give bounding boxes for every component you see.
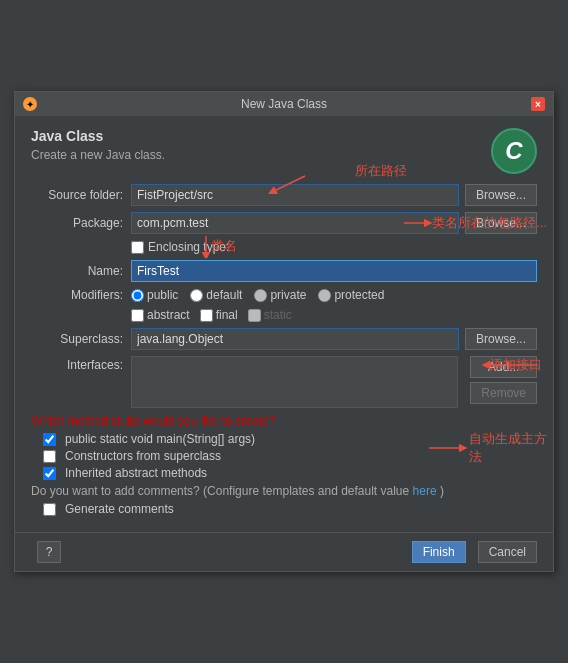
name-label: Name: (31, 264, 131, 278)
generate-comments-label: Generate comments (65, 502, 174, 516)
modifiers-row2: abstract final static (131, 308, 537, 322)
source-folder-input[interactable] (131, 184, 459, 206)
modifiers-row: Modifiers: public default private protec… (31, 288, 537, 302)
modifier-static-checkbox[interactable] (248, 309, 261, 322)
comments-here-link[interactable]: here (413, 484, 437, 498)
interface-buttons: Add... Remove (464, 356, 537, 404)
footer-right: Finish Cancel (406, 541, 537, 563)
generate-comments-checkbox[interactable] (43, 503, 56, 516)
superclass-label: Superclass: (31, 332, 131, 346)
package-row: Package: Browse... (31, 212, 537, 234)
dialog-header: Java Class Create a new Java class. C (31, 128, 537, 174)
stub1-row: public static void main(String[] args) (43, 432, 537, 446)
dialog-footer: ? Finish Cancel (15, 532, 553, 571)
dialog-title: Java Class (31, 128, 165, 144)
modifier-abstract-label[interactable]: abstract (131, 308, 190, 322)
modifier-protected-label[interactable]: protected (318, 288, 384, 302)
comments-suffix: ) (440, 484, 444, 498)
interfaces-row: Interfaces: Add... Remove (31, 356, 537, 408)
name-row: Name: (31, 260, 537, 282)
stub1-label: public static void main(String[] args) (65, 432, 255, 446)
modifiers-radio-group: public default private protected (131, 288, 384, 302)
source-folder-label: Source folder: (31, 188, 131, 202)
app-icon: ✦ (23, 97, 37, 111)
superclass-input[interactable] (131, 328, 459, 350)
stubs-question: Which method stubs would you like to cre… (31, 414, 537, 428)
modifier-abstract-checkbox[interactable] (131, 309, 144, 322)
package-browse-button[interactable]: Browse... (465, 212, 537, 234)
title-bar: ✦ New Java Class × (15, 92, 553, 116)
modifier-public-label[interactable]: public (131, 288, 178, 302)
modifier-static-label[interactable]: static (248, 308, 292, 322)
interfaces-textarea[interactable] (131, 356, 458, 408)
name-input[interactable] (131, 260, 537, 282)
stubs-section: public static void main(String[] args) C… (43, 432, 537, 480)
stub3-label: Inherited abstract methods (65, 466, 207, 480)
dialog-subtitle: Create a new Java class. (31, 148, 165, 162)
help-button[interactable]: ? (37, 541, 61, 563)
eclipse-icon: C (491, 128, 537, 174)
enclosing-row: Enclosing type: (31, 240, 537, 254)
stub2-checkbox[interactable] (43, 450, 56, 463)
window-title: New Java Class (37, 97, 531, 111)
modifier-default-radio[interactable] (190, 289, 203, 302)
modifier-private-label[interactable]: private (254, 288, 306, 302)
modifier-private-radio[interactable] (254, 289, 267, 302)
superclass-browse-button[interactable]: Browse... (465, 328, 537, 350)
modifier-default-label[interactable]: default (190, 288, 242, 302)
source-folder-browse-button[interactable]: Browse... (465, 184, 537, 206)
stub3-checkbox[interactable] (43, 467, 56, 480)
comments-section: Do you want to add comments? (Configure … (31, 484, 537, 516)
finish-button[interactable]: Finish (412, 541, 466, 563)
superclass-row: Superclass: Browse... (31, 328, 537, 350)
modifiers-label: Modifiers: (31, 288, 131, 302)
dialog-window: ✦ New Java Class × Java Class Create a n… (14, 91, 554, 572)
enclosing-checkbox[interactable] (131, 241, 144, 254)
interfaces-label: Interfaces: (31, 356, 131, 372)
package-label: Package: (31, 216, 131, 230)
close-button[interactable]: × (531, 97, 545, 111)
modifier-final-checkbox[interactable] (200, 309, 213, 322)
stub2-row: Constructors from superclass (43, 449, 537, 463)
stub1-checkbox[interactable] (43, 433, 56, 446)
dialog-body: Java Class Create a new Java class. C So… (15, 116, 553, 532)
stub2-label: Constructors from superclass (65, 449, 221, 463)
generate-comments-row: Generate comments (43, 502, 537, 516)
add-interface-button[interactable]: Add... (470, 356, 537, 378)
header-text: Java Class Create a new Java class. (31, 128, 165, 162)
cancel-button[interactable]: Cancel (478, 541, 537, 563)
comments-question: Do you want to add comments? (Configure … (31, 484, 409, 498)
modifier-protected-radio[interactable] (318, 289, 331, 302)
modifier-public-radio[interactable] (131, 289, 144, 302)
modifier-final-label[interactable]: final (200, 308, 238, 322)
source-folder-row: Source folder: Browse... (31, 184, 537, 206)
package-input[interactable] (131, 212, 459, 234)
enclosing-text: Enclosing type: (148, 240, 229, 254)
remove-interface-button[interactable]: Remove (470, 382, 537, 404)
stub3-row: Inherited abstract methods (43, 466, 537, 480)
